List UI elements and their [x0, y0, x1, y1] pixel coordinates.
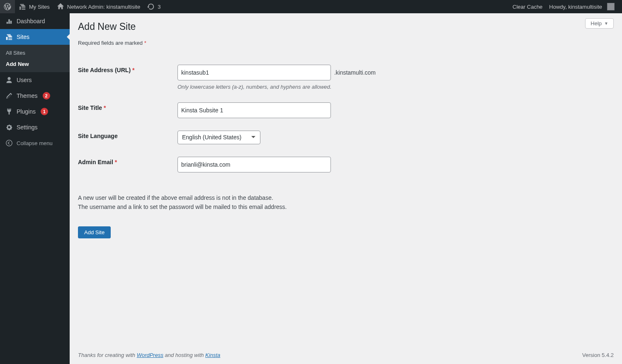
plugins-badge: 1	[41, 108, 48, 115]
collapse-label: Collapse menu	[17, 140, 53, 146]
sidebar-item-users[interactable]: Users	[0, 72, 70, 88]
sites-submenu: All Sites Add New	[0, 45, 70, 72]
sites-label: Sites	[17, 34, 29, 40]
site-language-label: Site Language	[78, 124, 173, 150]
version-label: Version 5.4.2	[582, 352, 614, 358]
updates-count: 3	[158, 4, 160, 10]
collapse-menu[interactable]: Collapse menu	[0, 135, 70, 151]
site-address-label: Site Address (URL) *	[78, 58, 173, 96]
help-tab[interactable]: Help ▼	[585, 18, 614, 29]
sidebar-item-themes[interactable]: Themes 2	[0, 88, 70, 104]
svg-point-0	[6, 140, 12, 146]
themes-badge: 2	[43, 92, 50, 99]
sidebar-item-dashboard[interactable]: Dashboard	[0, 13, 70, 29]
site-title-label: Site Title *	[78, 96, 173, 124]
updates-menu[interactable]: 3	[143, 0, 164, 13]
themes-icon	[5, 92, 13, 100]
submenu-item-all-sites[interactable]: All Sites	[0, 47, 70, 58]
themes-label: Themes	[17, 92, 38, 99]
avatar	[607, 3, 615, 10]
footer: Thanks for creating with WordPress and h…	[70, 346, 622, 364]
wp-logo-menu[interactable]	[0, 0, 15, 13]
add-site-button[interactable]: Add Site	[78, 226, 111, 238]
account-menu[interactable]: Howdy, kinstamultisite	[546, 0, 618, 13]
dashboard-label: Dashboard	[17, 18, 45, 24]
add-site-form: Site Address (URL) * .kinstamulti.com On…	[78, 58, 614, 179]
main-content: Help ▼ Add New Site Required fields are …	[70, 13, 622, 364]
sidebar-item-plugins[interactable]: Plugins 1	[0, 104, 70, 119]
info-block: A new user will be created if the above …	[78, 193, 614, 212]
clear-cache-label: Clear Cache	[513, 4, 542, 10]
info-line-2: The username and a link to set the passw…	[78, 202, 614, 211]
page-title: Add New Site	[78, 21, 614, 32]
admin-sidebar: Dashboard Sites All Sites Add New Users …	[0, 13, 70, 364]
admin-email-label: Admin Email *	[78, 150, 173, 179]
footer-credits: Thanks for creating with WordPress and h…	[78, 352, 220, 358]
clear-cache-link[interactable]: Clear Cache	[509, 0, 546, 13]
users-label: Users	[17, 77, 32, 83]
site-language-select[interactable]: English (United States)	[177, 131, 260, 144]
plugins-icon	[5, 107, 13, 116]
users-icon	[5, 76, 13, 84]
settings-icon	[5, 123, 13, 131]
network-admin-menu[interactable]: Network Admin: kinstamultisite	[53, 0, 143, 13]
help-label: Help	[590, 20, 602, 27]
sites-icon	[5, 33, 13, 41]
my-sites-menu[interactable]: My Sites	[15, 0, 53, 13]
kinsta-link[interactable]: Kinsta	[205, 352, 220, 358]
howdy-label: Howdy, kinstamultisite	[549, 4, 602, 10]
sidebar-item-sites[interactable]: Sites	[0, 29, 70, 45]
admin-bar: My Sites Network Admin: kinstamultisite …	[0, 0, 622, 13]
wordpress-link[interactable]: WordPress	[137, 352, 163, 358]
home-icon	[56, 2, 65, 11]
domain-suffix: .kinstamulti.com	[334, 69, 376, 76]
site-address-desc: Only lowercase letters (a-z), numbers, a…	[177, 84, 610, 90]
required-note-text: Required fields are marked	[78, 40, 144, 46]
site-title-input[interactable]	[177, 102, 331, 118]
admin-email-input[interactable]	[177, 157, 331, 172]
info-line-1: A new user will be created if the above …	[78, 193, 614, 202]
site-address-input[interactable]	[177, 65, 331, 80]
network-admin-label: Network Admin: kinstamultisite	[67, 4, 140, 10]
plugins-label: Plugins	[17, 108, 36, 115]
submenu-item-add-new[interactable]: Add New	[0, 58, 70, 70]
required-mark: *	[144, 40, 146, 46]
my-sites-label: My Sites	[29, 4, 50, 10]
collapse-icon	[5, 139, 13, 147]
wordpress-icon	[3, 2, 12, 11]
settings-label: Settings	[17, 124, 38, 131]
sidebar-item-settings[interactable]: Settings	[0, 119, 70, 135]
chevron-down-icon: ▼	[604, 21, 608, 26]
sites-icon	[18, 2, 27, 11]
updates-icon	[147, 2, 155, 11]
required-note: Required fields are marked *	[78, 40, 614, 46]
dashboard-icon	[5, 17, 13, 25]
